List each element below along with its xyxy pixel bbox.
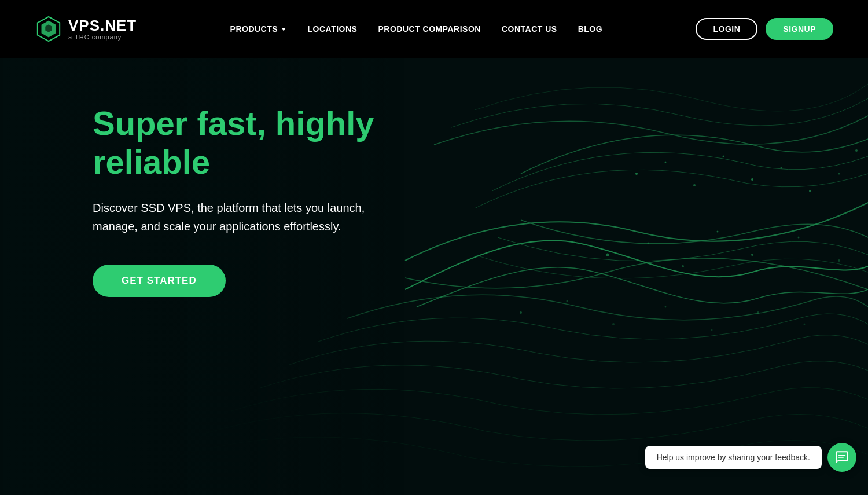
- nav-item-locations[interactable]: LOCATIONS: [308, 24, 358, 34]
- feedback-text: Help us improve by sharing your feedback…: [645, 446, 822, 469]
- svg-point-14: [648, 243, 649, 244]
- nav-item-blog[interactable]: BLOG: [578, 24, 602, 34]
- nav-item-product-comparison[interactable]: PRODUCT COMPARISON: [378, 24, 481, 34]
- svg-point-21: [567, 300, 568, 302]
- svg-point-13: [606, 254, 609, 256]
- signup-button[interactable]: SIGNUP: [766, 18, 833, 40]
- logo-name: VPS.NET: [68, 17, 137, 34]
- svg-point-6: [693, 184, 696, 186]
- get-started-button[interactable]: GET STARTED: [93, 265, 226, 297]
- svg-point-5: [665, 162, 667, 163]
- svg-point-12: [855, 149, 858, 152]
- svg-point-15: [682, 265, 684, 267]
- hero-title: Super fast, highly reliable: [93, 104, 486, 181]
- feedback-button[interactable]: [827, 443, 856, 472]
- svg-point-8: [751, 178, 753, 181]
- svg-point-23: [665, 306, 667, 308]
- svg-point-17: [751, 254, 753, 256]
- nav-item-contact-us[interactable]: CONTACT US: [502, 24, 557, 34]
- nav-actions: LOGIN SIGNUP: [696, 18, 833, 40]
- svg-point-10: [809, 190, 811, 192]
- svg-point-25: [757, 311, 759, 314]
- logo-link[interactable]: VPS.NET a THC company: [35, 15, 137, 43]
- svg-point-26: [804, 324, 806, 325]
- svg-point-11: [838, 173, 840, 175]
- navigation: VPS.NET a THC company PRODUCTS ▼ LOCATIO…: [0, 0, 868, 58]
- hero-section: Super fast, highly reliable Discover SSD…: [0, 58, 868, 495]
- nav-item-products[interactable]: PRODUCTS ▼: [230, 24, 287, 34]
- svg-point-16: [717, 231, 719, 233]
- nav-links: PRODUCTS ▼ LOCATIONS PRODUCT COMPARISON …: [230, 24, 603, 34]
- hero-subtitle: Discover SSD VPS, the platform that lets…: [93, 199, 405, 236]
- svg-point-18: [798, 237, 800, 239]
- svg-point-9: [781, 167, 782, 169]
- logo-tagline: a THC company: [68, 34, 137, 41]
- svg-point-7: [723, 156, 724, 157]
- svg-point-22: [612, 323, 615, 325]
- svg-point-19: [838, 259, 840, 262]
- feedback-icon: [834, 450, 849, 465]
- svg-point-24: [711, 329, 713, 331]
- dropdown-arrow-icon: ▼: [281, 26, 286, 32]
- hero-content: Super fast, highly reliable Discover SSD…: [93, 104, 486, 297]
- feedback-widget: Help us improve by sharing your feedback…: [645, 443, 856, 472]
- login-button[interactable]: LOGIN: [696, 18, 757, 40]
- svg-point-20: [520, 311, 522, 314]
- logo-icon: [35, 15, 62, 43]
- svg-point-4: [635, 173, 638, 175]
